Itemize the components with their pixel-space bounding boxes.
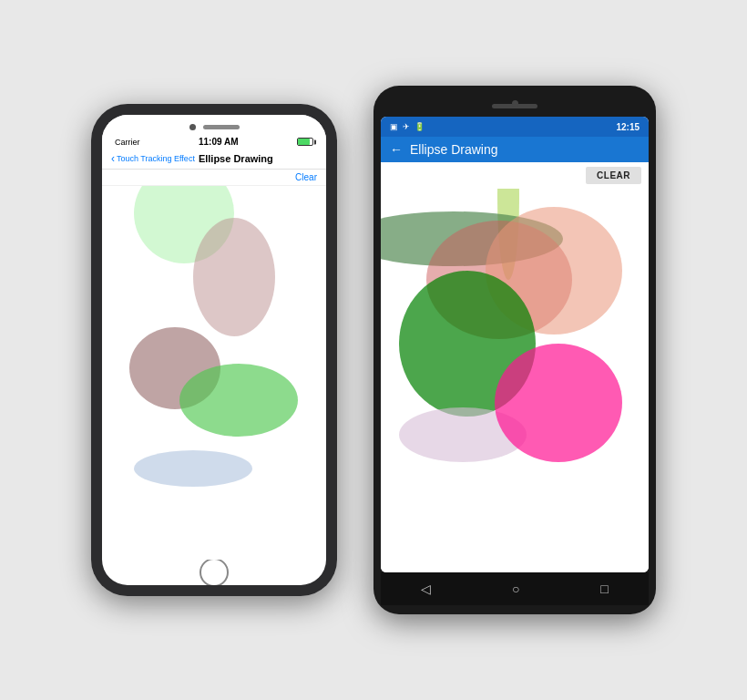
android-nav-bar: ◁ ○ □ [381, 572, 649, 605]
ios-home-bar [102, 560, 326, 585]
ios-time: 11:09 AM [199, 137, 239, 147]
ios-clear-button[interactable]: Clear [295, 172, 317, 182]
ios-home-button[interactable] [200, 558, 229, 585]
ios-drawing-canvas[interactable] [102, 186, 326, 560]
ios-back-label: Touch Tracking Effect [117, 154, 195, 163]
android-screen: ▣ ✈ 🔋 12:15 ← Ellipse Drawing CLEAR [381, 117, 649, 572]
ios-camera-icon [189, 124, 196, 130]
ios-phone: Carrier 11:09 AM ‹ Touch Tracking Effect… [91, 104, 337, 596]
android-page-title: Ellipse Drawing [410, 142, 497, 157]
ios-battery-area [297, 138, 313, 146]
android-clear-button[interactable]: CLEAR [586, 167, 641, 184]
ios-page-title: Ellipse Drawing [199, 153, 273, 164]
ios-speaker [203, 125, 240, 129]
ios-battery-icon [297, 138, 313, 146]
ios-toolbar: Clear [102, 170, 326, 186]
ios-back-arrow-icon: ‹ [111, 152, 115, 165]
ios-ellipse-3 [179, 364, 298, 437]
android-top-bar [381, 95, 649, 117]
ios-battery-fill [298, 139, 310, 145]
ios-ellipse-4 [134, 450, 252, 487]
ios-carrier: Carrier [115, 138, 140, 147]
android-recents-nav-icon[interactable]: □ [600, 582, 608, 596]
android-time: 12:15 [616, 122, 640, 132]
android-back-button[interactable]: ← [390, 142, 403, 157]
android-toolbar: CLEAR [381, 162, 649, 189]
android-action-bar: ← Ellipse Drawing [381, 137, 649, 162]
android-ellipse-6 [495, 344, 622, 462]
android-phone: ▣ ✈ 🔋 12:15 ← Ellipse Drawing CLEAR ◁ ○ … [374, 86, 656, 614]
android-status-icons: ▣ ✈ 🔋 [390, 122, 425, 131]
android-camera-icon [512, 100, 518, 107]
android-back-nav-icon[interactable]: ◁ [421, 582, 431, 596]
ios-back-button[interactable]: ‹ Touch Tracking Effect [111, 152, 195, 165]
ios-ellipse-1 [193, 218, 275, 336]
android-drawing-canvas[interactable] [381, 189, 649, 572]
android-home-nav-icon[interactable]: ○ [512, 582, 519, 596]
ios-status-bar: Carrier 11:09 AM [102, 135, 326, 149]
ios-nav-bar: ‹ Touch Tracking Effect Ellipse Drawing [102, 149, 326, 170]
ios-camera-bar [102, 115, 326, 135]
android-status-bar: ▣ ✈ 🔋 12:15 [381, 117, 649, 137]
